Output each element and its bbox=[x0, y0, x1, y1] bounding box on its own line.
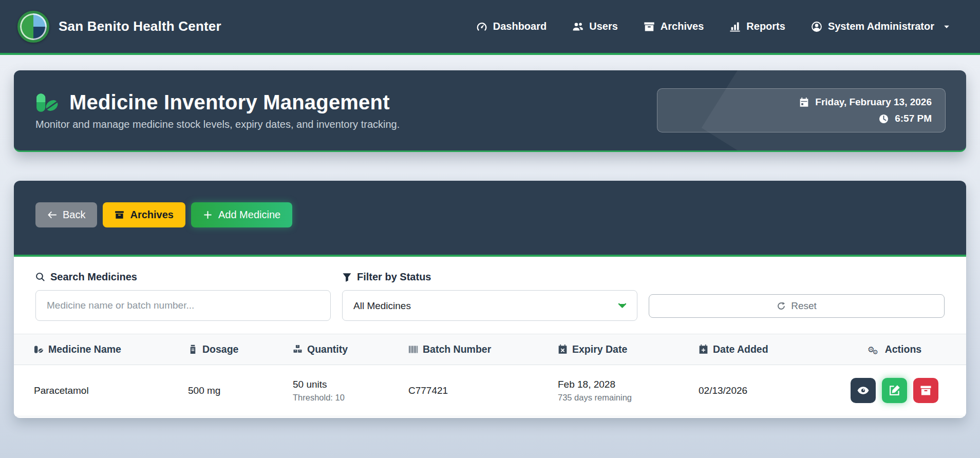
person-circle-icon bbox=[811, 21, 822, 32]
col-date-added: Date Added bbox=[699, 344, 847, 355]
cell-date-added: 02/13/2026 bbox=[699, 385, 847, 396]
archive-icon bbox=[920, 385, 932, 396]
speedometer-icon bbox=[476, 21, 487, 32]
search-group: Search Medicines bbox=[35, 271, 331, 321]
status-filter-group: Filter by Status All Medicines bbox=[342, 271, 637, 321]
health-center-logo bbox=[17, 11, 49, 43]
add-medicine-button[interactable]: Add Medicine bbox=[191, 202, 292, 227]
hero-text: Medicine Inventory Management Monitor an… bbox=[35, 91, 400, 130]
eye-icon bbox=[857, 385, 869, 396]
archive-icon bbox=[115, 210, 124, 220]
calendar-x-icon bbox=[558, 345, 568, 354]
days-remaining-note: 735 days remaining bbox=[558, 393, 699, 403]
page-title: Medicine Inventory Management bbox=[69, 91, 390, 114]
medicine-table: Medicine Name Dosage Quantity Batch Numb… bbox=[14, 334, 966, 416]
calendar-plus-icon bbox=[699, 345, 708, 354]
brand-title: San Benito Health Center bbox=[59, 18, 221, 34]
user-menu[interactable]: System Administrator bbox=[811, 21, 950, 32]
users-icon bbox=[572, 21, 583, 32]
table-row: Paracetamol 500 mg 50 units Threshold: 1… bbox=[14, 365, 966, 416]
nav-menu: Dashboard Users Archives Reports System … bbox=[476, 21, 950, 32]
table-header-row: Medicine Name Dosage Quantity Batch Numb… bbox=[14, 334, 966, 365]
current-time: 6:57 PM bbox=[895, 113, 932, 124]
top-navbar: San Benito Health Center Dashboard Users… bbox=[0, 0, 980, 55]
nav-label: Reports bbox=[746, 21, 785, 32]
datetime-panel: Friday, February 13, 2026 6:57 PM bbox=[657, 88, 946, 132]
view-button[interactable] bbox=[851, 378, 876, 403]
col-medicine-name: Medicine Name bbox=[34, 344, 188, 355]
threshold-note: Threshold: 10 bbox=[293, 393, 408, 403]
delete-button[interactable] bbox=[913, 378, 938, 403]
nav-label: Archives bbox=[661, 21, 704, 32]
page-subtitle: Monitor and manage medicine stock levels… bbox=[35, 119, 400, 130]
filter-row: Search Medicines Filter by Status All Me… bbox=[14, 271, 966, 321]
add-medicine-label: Add Medicine bbox=[218, 209, 280, 221]
boxes-icon bbox=[293, 345, 303, 354]
bottle-icon bbox=[188, 345, 198, 354]
current-date: Friday, February 13, 2026 bbox=[815, 97, 932, 108]
search-input[interactable] bbox=[35, 290, 331, 321]
nav-item-reports[interactable]: Reports bbox=[729, 21, 785, 32]
archives-label: Archives bbox=[130, 209, 174, 221]
status-select[interactable]: All Medicines bbox=[342, 290, 637, 321]
archive-icon bbox=[644, 21, 655, 32]
cell-batch-number: C777421 bbox=[408, 385, 558, 396]
back-button[interactable]: Back bbox=[35, 202, 97, 227]
nav-label: Dashboard bbox=[493, 21, 546, 32]
cell-actions bbox=[847, 378, 966, 403]
cell-expiry-date: Feb 18, 2028 735 days remaining bbox=[558, 379, 699, 403]
col-batch-number: Batch Number bbox=[408, 344, 558, 355]
inventory-card: Back Archives Add Medicine Search Medici… bbox=[14, 181, 966, 418]
inventory-toolbar: Back Archives Add Medicine bbox=[14, 181, 966, 257]
archives-button[interactable]: Archives bbox=[103, 202, 185, 227]
arrow-left-icon bbox=[47, 210, 57, 220]
inventory-body: Search Medicines Filter by Status All Me… bbox=[14, 257, 966, 416]
brand[interactable]: San Benito Health Center bbox=[17, 11, 221, 43]
status-filter-label: Filter by Status bbox=[342, 271, 637, 283]
reset-column: Reset bbox=[649, 291, 945, 321]
back-label: Back bbox=[63, 209, 85, 221]
nav-item-archives[interactable]: Archives bbox=[644, 21, 704, 32]
bar-chart-icon bbox=[729, 21, 741, 32]
col-dosage: Dosage bbox=[188, 344, 293, 355]
cell-medicine-name: Paracetamol bbox=[34, 385, 188, 396]
funnel-icon bbox=[342, 272, 352, 282]
page-header-banner: Medicine Inventory Management Monitor an… bbox=[14, 70, 966, 152]
chevron-down-icon bbox=[943, 23, 950, 30]
reset-button[interactable]: Reset bbox=[649, 294, 945, 318]
barcode-icon bbox=[408, 345, 418, 354]
pencil-square-icon bbox=[889, 385, 900, 396]
cell-quantity: 50 units Threshold: 10 bbox=[293, 379, 408, 403]
plus-icon bbox=[203, 210, 213, 220]
calendar-icon bbox=[799, 98, 809, 107]
edit-button[interactable] bbox=[882, 378, 907, 403]
search-label: Search Medicines bbox=[35, 271, 331, 283]
col-actions: ⚙⚙ Actions bbox=[847, 344, 966, 355]
nav-item-dashboard[interactable]: Dashboard bbox=[476, 21, 546, 32]
cell-dosage: 500 mg bbox=[188, 385, 293, 396]
search-icon bbox=[35, 272, 45, 282]
reset-label: Reset bbox=[791, 300, 817, 312]
col-quantity: Quantity bbox=[293, 344, 408, 355]
clock-icon bbox=[879, 114, 889, 124]
pills-icon bbox=[35, 91, 59, 115]
nav-item-users[interactable]: Users bbox=[572, 21, 618, 32]
col-expiry-date: Expiry Date bbox=[558, 344, 699, 355]
user-name: System Administrator bbox=[828, 21, 934, 32]
nav-label: Users bbox=[589, 21, 618, 32]
refresh-icon bbox=[777, 301, 786, 311]
gears-icon: ⚙⚙ bbox=[868, 346, 880, 354]
pills-icon bbox=[34, 345, 44, 354]
